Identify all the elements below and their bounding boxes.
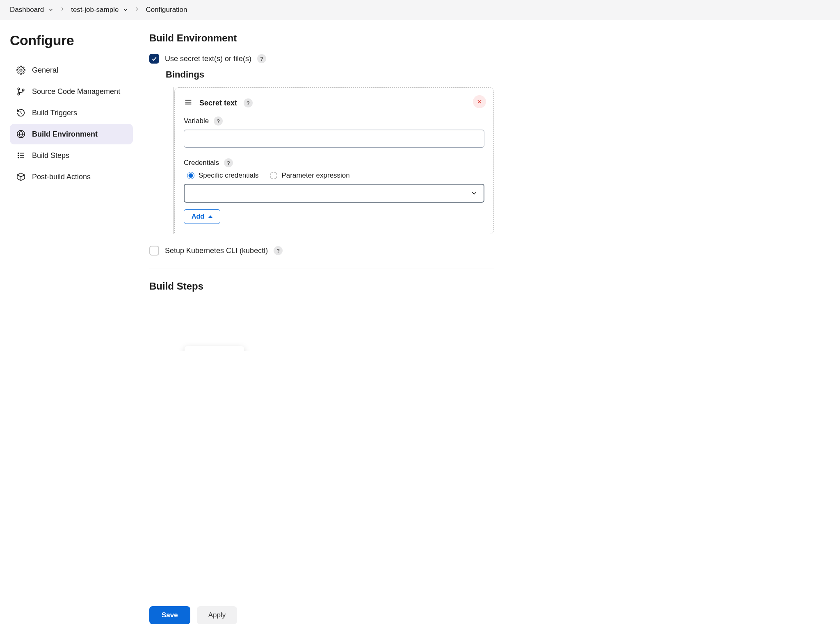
chevron-down-icon: [123, 7, 128, 13]
checkbox-use-secret[interactable]: [149, 54, 159, 64]
svg-point-9: [18, 153, 19, 154]
gear-icon: [16, 66, 25, 75]
package-icon: [16, 172, 25, 181]
radio-param-input[interactable]: [270, 172, 277, 179]
main-content: Build Environment Use secret text(s) or …: [149, 32, 494, 302]
breadcrumb-job-label: test-job-sample: [71, 6, 119, 14]
steps-icon: [16, 151, 25, 160]
sidebar-item-steps[interactable]: Build Steps: [10, 145, 133, 166]
help-icon[interactable]: ?: [224, 158, 233, 167]
sidebar-item-label: Source Code Management: [32, 87, 120, 96]
svg-point-0: [20, 69, 22, 71]
sidebar-item-triggers[interactable]: Build Triggers: [10, 103, 133, 123]
help-icon[interactable]: ?: [257, 54, 266, 63]
breadcrumb-job[interactable]: test-job-sample: [71, 6, 128, 14]
svg-point-10: [18, 155, 19, 156]
branch-icon: [16, 87, 25, 96]
sidebar-item-general[interactable]: General: [10, 60, 133, 80]
add-credentials-button[interactable]: Add: [184, 209, 220, 224]
variable-label: Variable: [184, 117, 209, 125]
variable-input[interactable]: [184, 130, 484, 148]
breadcrumb-page[interactable]: Configuration: [146, 6, 187, 14]
history-icon: [16, 108, 25, 117]
radio-specific-credentials[interactable]: Specific credentials: [187, 171, 258, 180]
breadcrumb-dashboard[interactable]: Dashboard: [10, 6, 54, 14]
binding-card: Secret text ? Variable ? Credentials ?: [174, 87, 494, 234]
chevron-right-icon: [59, 6, 65, 14]
drag-handle-icon[interactable]: [184, 98, 193, 108]
chevron-right-icon: [134, 6, 140, 14]
dropdown-item-jenkins-1[interactable]: Jenkins: [185, 349, 244, 351]
add-credentials-dropdown: Jenkins Jenkins: [185, 346, 244, 351]
sidebar-item-environment[interactable]: Build Environment: [10, 124, 133, 144]
chevron-down-icon: [48, 7, 54, 13]
svg-point-11: [18, 158, 19, 158]
breadcrumb-page-label: Configuration: [146, 6, 187, 14]
sidebar-item-label: Build Steps: [32, 151, 69, 160]
add-button-label: Add: [192, 213, 204, 220]
globe-icon: [16, 130, 25, 139]
page-title: Configure: [10, 32, 133, 48]
checkbox-setup-kubectl-label: Setup Kubernetes CLI (kubectl): [165, 247, 268, 255]
radio-specific-input[interactable]: [187, 172, 194, 179]
credentials-select[interactable]: [184, 184, 484, 203]
sidebar-item-label: Build Environment: [32, 130, 98, 139]
bindings-heading: Bindings: [166, 69, 494, 80]
close-icon: [477, 99, 482, 105]
sidebar-item-label: Build Triggers: [32, 109, 77, 117]
radio-param-label: Parameter expression: [281, 171, 349, 180]
svg-point-3: [22, 89, 24, 91]
radio-specific-label: Specific credentials: [199, 171, 258, 180]
breadcrumb: Dashboard test-job-sample Configuration: [0, 0, 840, 20]
chevron-down-icon: [470, 189, 478, 197]
credentials-label: Credentials: [184, 159, 219, 167]
section-build-steps: Build Steps: [149, 281, 494, 292]
checkbox-use-secret-label: Use secret text(s) or file(s): [165, 55, 251, 63]
sidebar-item-label: Post-build Actions: [32, 173, 91, 181]
sidebar: Configure General Source Code Management…: [10, 32, 133, 302]
sidebar-item-scm[interactable]: Source Code Management: [10, 81, 133, 102]
caret-up-icon: [208, 215, 212, 218]
svg-point-2: [18, 93, 20, 95]
check-icon: [151, 55, 158, 62]
checkbox-setup-kubectl[interactable]: [149, 246, 159, 256]
section-divider: [149, 269, 494, 269]
breadcrumb-dashboard-label: Dashboard: [10, 6, 44, 14]
help-icon[interactable]: ?: [274, 246, 283, 255]
help-icon[interactable]: ?: [214, 116, 223, 126]
remove-binding-button[interactable]: [473, 95, 486, 108]
radio-parameter-expression[interactable]: Parameter expression: [270, 171, 349, 180]
help-icon[interactable]: ?: [244, 98, 253, 107]
sidebar-item-postbuild[interactable]: Post-build Actions: [10, 167, 133, 187]
binding-type-label: Secret text: [199, 99, 237, 107]
svg-point-1: [18, 88, 20, 90]
section-build-environment: Build Environment: [149, 32, 494, 44]
sidebar-item-label: General: [32, 66, 58, 75]
